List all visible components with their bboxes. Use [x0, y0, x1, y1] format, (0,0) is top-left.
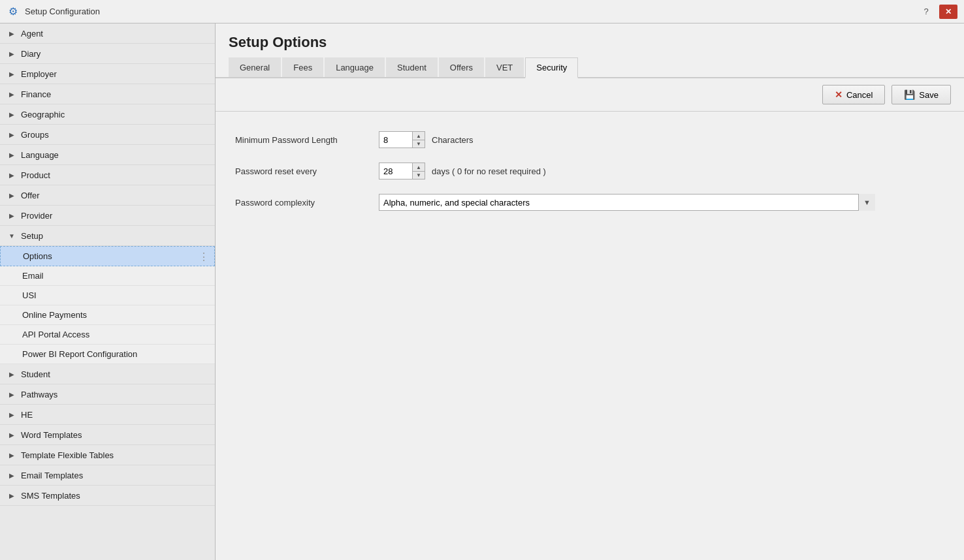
- min-password-control: ▲ ▼ Characters: [379, 131, 474, 148]
- sidebar-item-word-templates[interactable]: Word Templates: [0, 425, 215, 445]
- password-reset-input[interactable]: [379, 163, 412, 179]
- sidebar-sub-item-power-bi[interactable]: Power BI Report Configuration: [0, 345, 215, 364]
- sidebar-item-agent[interactable]: Agent: [0, 23, 215, 44]
- sidebar-label: Product: [21, 170, 50, 180]
- password-complexity-control: Alpha only Alpha and numeric Alpha, nume…: [379, 194, 875, 211]
- tabs-bar: General Fees Language Student Offers VET…: [216, 57, 964, 78]
- arrow-icon: [7, 170, 17, 180]
- form-section: Minimum Password Length ▲ ▼ Characters P…: [216, 112, 964, 560]
- content-area: Setup Options General Fees Language Stud…: [216, 23, 964, 560]
- spinner-down-button[interactable]: ▼: [413, 140, 425, 148]
- arrow-icon: [7, 109, 17, 119]
- toolbar: ✕ Cancel 💾 Save: [216, 78, 964, 112]
- arrow-icon: [7, 190, 17, 200]
- arrow-icon: [7, 490, 17, 501]
- sidebar-item-geographic[interactable]: Geographic: [0, 104, 215, 125]
- sidebar-item-sms-templates[interactable]: SMS Templates: [0, 486, 215, 506]
- sidebar-sub-item-email[interactable]: Email: [0, 266, 215, 286]
- sidebar-sub-item-usi[interactable]: USI: [0, 286, 215, 305]
- arrow-icon: [7, 369, 17, 379]
- sidebar-label: Agent: [21, 29, 43, 39]
- sidebar-item-finance[interactable]: Finance: [0, 84, 215, 104]
- arrow-icon: [7, 69, 17, 79]
- cancel-icon: ✕: [835, 89, 843, 100]
- sidebar-item-offer[interactable]: Offer: [0, 185, 215, 206]
- close-button[interactable]: ✕: [939, 5, 957, 19]
- sidebar-label: Diary: [21, 49, 40, 59]
- sidebar-sub-label: API Portal Access: [22, 330, 89, 339]
- save-label: Save: [919, 90, 939, 100]
- sidebar-label: Student: [21, 369, 50, 379]
- sidebar: Agent Diary Employer Finance Geographic …: [0, 23, 216, 560]
- spinner-buttons: ▲ ▼: [412, 132, 425, 148]
- sidebar-item-he[interactable]: HE: [0, 405, 215, 425]
- sidebar-label: Word Templates: [21, 430, 82, 440]
- password-reset-spinner: ▲ ▼: [379, 163, 425, 179]
- sidebar-item-diary[interactable]: Diary: [0, 44, 215, 64]
- sidebar-item-language[interactable]: Language: [0, 145, 215, 165]
- cancel-label: Cancel: [846, 90, 873, 100]
- arrow-icon: [7, 89, 17, 99]
- sidebar-label: Pathways: [21, 390, 57, 399]
- arrow-icon: [7, 230, 17, 241]
- password-reset-hint: days ( 0 for no reset required ): [432, 166, 546, 176]
- window-title: Setup Configuration: [25, 7, 100, 16]
- password-complexity-select[interactable]: Alpha only Alpha and numeric Alpha, nume…: [379, 194, 875, 211]
- sidebar-item-groups[interactable]: Groups: [0, 125, 215, 145]
- min-password-input[interactable]: [379, 132, 412, 148]
- sidebar-sub-label: Email: [22, 271, 44, 281]
- title-bar: ⚙ Setup Configuration ? ✕: [0, 0, 964, 23]
- sidebar-label: Offer: [21, 191, 40, 200]
- tab-security[interactable]: Security: [525, 57, 578, 78]
- sidebar-sub-label: Online Payments: [22, 310, 87, 320]
- tab-language[interactable]: Language: [325, 57, 385, 77]
- arrow-icon: [7, 210, 17, 221]
- drag-handle-icon: ⋮: [199, 250, 209, 262]
- min-password-unit: Characters: [432, 135, 474, 145]
- arrow-icon: [7, 470, 17, 480]
- password-complexity-label: Password complexity: [235, 198, 379, 208]
- tab-student[interactable]: Student: [386, 57, 438, 77]
- sidebar-item-employer[interactable]: Employer: [0, 64, 215, 84]
- password-complexity-select-wrapper: Alpha only Alpha and numeric Alpha, nume…: [379, 194, 875, 211]
- tab-fees[interactable]: Fees: [282, 57, 323, 77]
- min-password-length-label: Minimum Password Length: [235, 135, 379, 145]
- arrow-icon: [7, 48, 17, 59]
- save-button[interactable]: 💾 Save: [892, 85, 951, 104]
- sidebar-item-setup[interactable]: Setup: [0, 226, 215, 246]
- sidebar-item-product[interactable]: Product: [0, 165, 215, 185]
- sidebar-item-provider[interactable]: Provider: [0, 206, 215, 226]
- arrow-icon: [7, 149, 17, 160]
- min-password-spinner: ▲ ▼: [379, 131, 425, 148]
- tab-offers[interactable]: Offers: [439, 57, 484, 77]
- arrow-icon: [7, 409, 17, 420]
- sidebar-sub-label: Power BI Report Configuration: [22, 349, 137, 359]
- sidebar-sub-label: Options: [23, 251, 52, 261]
- main-container: Agent Diary Employer Finance Geographic …: [0, 23, 964, 560]
- cancel-button[interactable]: ✕ Cancel: [822, 85, 885, 104]
- help-button[interactable]: ?: [917, 5, 935, 19]
- arrow-icon: [7, 389, 17, 399]
- tab-vet[interactable]: VET: [485, 57, 524, 77]
- sidebar-item-pathways[interactable]: Pathways: [0, 384, 215, 405]
- sidebar-sub-label: USI: [22, 290, 37, 300]
- sidebar-label: Email Templates: [21, 471, 83, 480]
- sidebar-item-template-flexible-tables[interactable]: Template Flexible Tables: [0, 445, 215, 465]
- arrow-icon: [7, 129, 17, 140]
- tab-general[interactable]: General: [229, 57, 281, 77]
- sidebar-sub-item-options[interactable]: Options ⋮: [0, 246, 215, 266]
- sidebar-sub-section: Options ⋮ Email USI Online Payments API …: [0, 246, 215, 364]
- sidebar-sub-item-online-payments[interactable]: Online Payments: [0, 305, 215, 325]
- sidebar-item-student[interactable]: Student: [0, 364, 215, 384]
- spinner-up-button[interactable]: ▲: [413, 132, 425, 140]
- app-icon: ⚙: [7, 5, 20, 18]
- title-bar-left: ⚙ Setup Configuration: [7, 5, 100, 18]
- arrow-icon: [7, 28, 17, 39]
- sidebar-sub-item-api-portal[interactable]: API Portal Access: [0, 325, 215, 345]
- sidebar-label: Provider: [21, 211, 52, 221]
- sidebar-item-email-templates[interactable]: Email Templates: [0, 465, 215, 486]
- sidebar-label: Finance: [21, 89, 51, 99]
- spinner-down-reset-button[interactable]: ▼: [413, 171, 425, 179]
- spinner-up-reset-button[interactable]: ▲: [413, 163, 425, 171]
- sidebar-label: Employer: [21, 69, 57, 79]
